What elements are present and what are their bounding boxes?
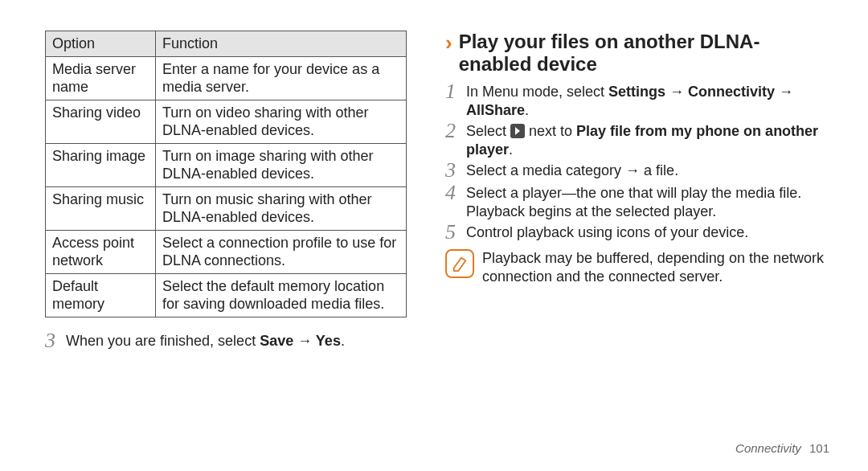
option-cell: Default memory [46, 273, 156, 317]
step-body: When you are finished, select Save → Yes… [66, 332, 407, 350]
section-heading: › Play your files on another DLNA-enable… [445, 31, 829, 75]
options-table: Option Function Media server name Enter … [45, 31, 407, 317]
step-bold: Save → Yes [260, 333, 341, 349]
left-column: Option Function Media server name Enter … [45, 31, 407, 452]
note-text: Playback may be buffered, depending on t… [482, 249, 829, 285]
step-body: Control playback using icons of your dev… [466, 223, 829, 242]
step-body: Select next to Play file from my phone o… [466, 122, 829, 158]
step-2: 2 Select next to Play file from my phone… [445, 122, 829, 158]
right-column: › Play your files on another DLNA-enable… [445, 31, 829, 452]
step-body: Select a media category → a file. [466, 162, 829, 180]
step-3: 3 Select a media category → a file. [445, 162, 829, 181]
step-number: 5 [445, 222, 466, 243]
step-body: In Menu mode, select Settings → Connecti… [466, 83, 829, 119]
step-1: 1 In Menu mode, select Settings → Connec… [445, 83, 829, 119]
footer-section: Connectivity [735, 441, 801, 455]
footer-page-number: 101 [809, 441, 829, 455]
function-cell: Enter a name for your device as a media … [156, 56, 407, 100]
table-header-function: Function [156, 31, 407, 57]
heading-text: Play your files on another DLNA-enabled … [459, 31, 829, 75]
function-cell: Select the default memory location for s… [156, 273, 407, 317]
step-number: 3 [445, 160, 466, 181]
step-number: 1 [445, 81, 466, 102]
step-body: Select a player—the one that will play t… [466, 184, 829, 220]
step-text: When you are finished, select [66, 333, 260, 349]
function-cell: Select a connection profile to use for D… [156, 230, 407, 273]
table-row: Default memory Select the default memory… [46, 273, 407, 317]
option-cell: Sharing video [46, 100, 156, 143]
play-next-icon [510, 124, 525, 138]
step-text-end: . [525, 102, 529, 118]
function-cell: Turn on music sharing with other DLNA-en… [156, 186, 407, 230]
manual-page: Option Function Media server name Enter … [0, 0, 868, 471]
step-number: 3 [45, 330, 66, 351]
note: Playback may be buffered, depending on t… [445, 249, 829, 285]
chevron-right-icon: › [445, 32, 452, 53]
step-text: Select [466, 123, 510, 139]
option-cell: Access point network [46, 230, 156, 273]
step-text-end: . [341, 333, 345, 349]
step-3-left: 3 When you are finished, select Save → Y… [45, 332, 407, 351]
table-row: Access point network Select a connection… [46, 230, 407, 273]
table-row: Sharing image Turn on image sharing with… [46, 143, 407, 186]
option-cell: Media server name [46, 56, 156, 100]
step-number: 4 [445, 182, 466, 203]
function-cell: Turn on image sharing with other DLNA-en… [156, 143, 407, 186]
step-text-mid: next to [525, 123, 576, 139]
step-text-end: . [509, 141, 513, 158]
step-5: 5 Control playback using icons of your d… [445, 223, 829, 243]
step-text: In Menu mode, select [466, 84, 608, 100]
table-row: Sharing video Turn on video sharing with… [46, 100, 407, 143]
option-cell: Sharing image [46, 143, 156, 186]
note-icon [445, 249, 474, 278]
function-cell: Turn on video sharing with other DLNA-en… [156, 100, 407, 143]
step-number: 2 [445, 121, 466, 141]
table-header-option: Option [46, 31, 156, 57]
table-row: Media server name Enter a name for your … [46, 56, 407, 100]
table-row: Sharing music Turn on music sharing with… [46, 186, 407, 230]
page-footer: Connectivity 101 [735, 441, 829, 457]
option-cell: Sharing music [46, 186, 156, 230]
step-4: 4 Select a player—the one that will play… [445, 184, 829, 220]
